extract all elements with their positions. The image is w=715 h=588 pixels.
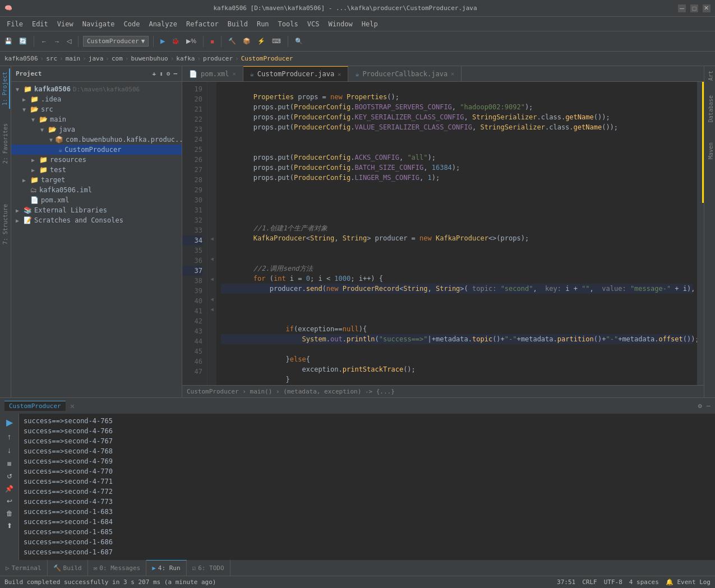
- cursor-position[interactable]: 37:51: [557, 578, 575, 586]
- tree-item-test[interactable]: ▶ 📁 test: [11, 165, 182, 175]
- run-tab-customproducer[interactable]: CustomProducer: [4, 401, 66, 411]
- tree-item-iml[interactable]: ▶ 🗂 kafka0506.iml: [11, 185, 182, 195]
- add-icon[interactable]: +: [153, 70, 156, 77]
- breadcrumb-item-java[interactable]: java: [89, 55, 104, 62]
- code-editor[interactable]: Properties props = new Properties(); pro…: [216, 82, 697, 385]
- stop-button[interactable]: ■: [208, 37, 216, 46]
- save-all-button[interactable]: 💾: [2, 36, 15, 46]
- breadcrumb-item-main[interactable]: main: [66, 55, 81, 62]
- back-button[interactable]: ◁: [64, 36, 73, 46]
- tree-item-java[interactable]: ▼ 📂 java: [11, 124, 182, 135]
- minimize-button[interactable]: ─: [678, 4, 686, 12]
- gear-icon[interactable]: ⚙: [167, 70, 170, 77]
- tab-customproducer[interactable]: ☕ CustomProducer.java ✕: [243, 66, 349, 81]
- menu-run[interactable]: Run: [252, 19, 274, 29]
- redo-button[interactable]: →: [52, 37, 62, 46]
- maximize-button[interactable]: □: [690, 4, 698, 12]
- tab-build[interactable]: 🔨 Build: [48, 560, 88, 576]
- tab-producercallback-close[interactable]: ✕: [451, 71, 454, 77]
- encoding[interactable]: UTF-8: [604, 578, 622, 586]
- tree-item-customproducer[interactable]: ☕ CustomProducer: [11, 145, 182, 155]
- tab-producercallback[interactable]: ☕ ProducerCallback.java ✕: [348, 66, 462, 81]
- tab-pom-xml[interactable]: 📄 pom.xml ✕: [182, 66, 243, 81]
- tree-item-scratches[interactable]: ▶ 📝 Scratches and Consoles: [11, 215, 182, 225]
- run-clear-button[interactable]: 🗑: [5, 508, 14, 518]
- breadcrumb-item-kafka[interactable]: kafka: [176, 55, 195, 62]
- run-pin-button[interactable]: 📌: [4, 484, 15, 494]
- run-config-dropdown[interactable]: CustomProducer ▼: [83, 36, 149, 47]
- minimize-run-icon[interactable]: —: [707, 402, 711, 410]
- sync-button[interactable]: 🔄: [17, 36, 29, 46]
- undo-button[interactable]: ←: [39, 37, 49, 46]
- run-scroll-up-button[interactable]: ↑: [6, 431, 12, 442]
- menu-analyze[interactable]: Analyze: [144, 19, 182, 29]
- menu-file[interactable]: File: [2, 19, 27, 29]
- code-line-37: System.out.println("success==>"|+metadat…: [221, 334, 693, 344]
- right-tab-art[interactable]: Art: [704, 66, 715, 85]
- breadcrumb-item-producer[interactable]: producer: [203, 55, 233, 62]
- tab-run[interactable]: ▶ 4: Run: [146, 560, 186, 576]
- run-coverage-button[interactable]: ▶%: [184, 36, 199, 46]
- tab-messages[interactable]: ✉ 0: Messages: [88, 560, 146, 576]
- breadcrumb-item-customproducer[interactable]: CustomProducer: [241, 55, 293, 62]
- menu-window[interactable]: Window: [324, 19, 357, 29]
- event-log[interactable]: 🔔 Event Log: [666, 578, 711, 586]
- run-output[interactable]: success==>second-4-765 success==>second-…: [19, 414, 715, 560]
- tree-item-src[interactable]: ▼ 📂 src: [11, 104, 182, 114]
- structure-tab[interactable]: 7: Structure: [1, 201, 10, 248]
- close-run-tab-icon[interactable]: ✕: [70, 401, 75, 410]
- tree-item-kafka0506[interactable]: ▼ 📁 kafka0506 D:\maven\kafka0506: [11, 84, 182, 94]
- project-tab[interactable]: 1: Project: [1, 68, 10, 109]
- right-tab-maven[interactable]: Maven: [704, 138, 715, 164]
- tree-label-iml: kafka0506.iml: [39, 186, 92, 194]
- line-ending[interactable]: CRLF: [582, 578, 597, 586]
- build-icon: 🔨: [53, 564, 61, 572]
- debug-button[interactable]: 🐞: [169, 36, 182, 46]
- run-play-button[interactable]: ▶: [5, 416, 14, 429]
- tab-terminal[interactable]: ▷ Terminal: [0, 560, 48, 576]
- terminal-button[interactable]: ⌨: [270, 36, 283, 46]
- editor-scrollbar[interactable]: [697, 82, 704, 385]
- run-settings-icon[interactable]: ⚙: [698, 402, 702, 410]
- tree-item-ext-libs[interactable]: ▶ 📚 External Libraries: [11, 205, 182, 215]
- tree-item-idea[interactable]: ▶ 📁 .idea: [11, 94, 182, 104]
- menu-vcs[interactable]: VCS: [303, 19, 324, 29]
- menu-edit[interactable]: Edit: [27, 19, 53, 29]
- close-panel-icon[interactable]: —: [173, 70, 177, 77]
- close-button[interactable]: ✕: [703, 4, 711, 12]
- tree-item-package[interactable]: ▼ 📦 com.buwenbuhuo.kafka.produc...: [11, 135, 182, 145]
- breadcrumb-item-kafka0506[interactable]: kafka0506: [4, 55, 38, 62]
- tree-item-pom[interactable]: ▶ 📄 pom.xml: [11, 195, 182, 205]
- run-button[interactable]: ▶: [158, 36, 167, 46]
- favorites-tab[interactable]: 2: Favorites: [1, 120, 10, 167]
- menu-view[interactable]: View: [53, 19, 78, 29]
- tab-customproducer-close[interactable]: ✕: [338, 71, 341, 77]
- indent-info[interactable]: 4 spaces: [629, 578, 659, 586]
- menu-build[interactable]: Build: [223, 19, 252, 29]
- build-button[interactable]: 🔨: [226, 36, 238, 46]
- menu-refactor[interactable]: Refactor: [182, 19, 223, 29]
- search-everywhere-button[interactable]: 🔍: [293, 36, 305, 46]
- editor-content[interactable]: 19 20 21 22 23 24 25 26 27 28 29 30 31 3…: [182, 82, 704, 385]
- run-expand-button[interactable]: ⬆: [6, 521, 13, 531]
- breadcrumb-item-com[interactable]: com: [112, 55, 123, 62]
- tree-item-resources[interactable]: ▶ 📁 resources: [11, 155, 182, 165]
- right-tab-database[interactable]: Database: [704, 91, 715, 127]
- breadcrumb-item-src[interactable]: src: [46, 55, 57, 62]
- tree-item-target[interactable]: ▶ 📁 target: [11, 175, 182, 185]
- run-rerun-button[interactable]: ↺: [6, 471, 13, 481]
- menu-help[interactable]: Help: [357, 19, 382, 29]
- tab-pom-xml-close[interactable]: ✕: [233, 71, 236, 77]
- tree-item-main[interactable]: ▼ 📂 main: [11, 114, 182, 124]
- run-wrap-button[interactable]: ↩: [6, 496, 13, 506]
- run-stop-button[interactable]: ■: [6, 458, 12, 469]
- generate-button[interactable]: ⚡: [255, 36, 267, 46]
- menu-code[interactable]: Code: [119, 19, 145, 29]
- menu-navigate[interactable]: Navigate: [78, 19, 119, 29]
- menu-tools[interactable]: Tools: [274, 19, 303, 29]
- breadcrumb-item-buwenbuhuo[interactable]: buwenbuhuo: [131, 55, 168, 62]
- tab-todo[interactable]: ☑ 6: TODO: [187, 560, 230, 576]
- sort-icon[interactable]: ↕: [159, 70, 163, 77]
- build-artifact-button[interactable]: 📦: [241, 36, 253, 46]
- run-scroll-down-button[interactable]: ↓: [6, 445, 12, 456]
